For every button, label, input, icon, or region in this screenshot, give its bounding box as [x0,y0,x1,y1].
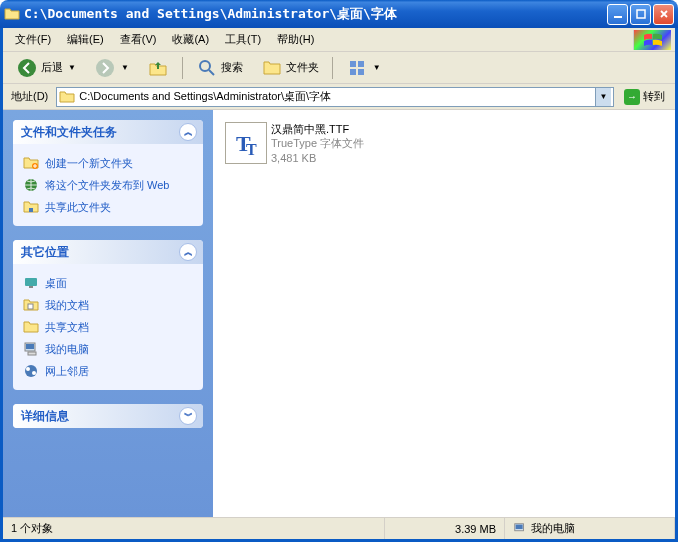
folders-button[interactable]: 文件夹 [254,53,326,83]
menu-help[interactable]: 帮助(H) [269,30,322,49]
link-mydocs[interactable]: 我的文档 [23,294,193,316]
panel-title: 文件和文件夹任务 [21,124,117,141]
share-folder-icon [23,199,39,215]
panel-details: 详细信息 ︾ [13,404,203,428]
views-button[interactable]: ▼ [339,53,388,83]
up-folder-icon [147,57,169,79]
link-network[interactable]: 网上邻居 [23,360,193,382]
svg-rect-24 [516,524,523,528]
minimize-button[interactable] [607,4,628,25]
back-icon [16,57,38,79]
status-size: 3.39 MB [385,518,505,539]
address-bar: 地址(D) ▼ → 转到 [3,84,675,110]
task-label: 我的文档 [45,298,89,313]
sidebar: 文件和文件夹任务 ︽ 创建一个新文件夹 将这个文件夹发布到 Web 共享此文件夹 [3,110,213,517]
svg-rect-5 [350,61,356,67]
status-location-label: 我的电脑 [531,521,575,536]
menu-edit[interactable]: 编辑(E) [59,30,112,49]
documents-icon [23,297,39,313]
address-dropdown[interactable]: ▼ [595,88,611,106]
up-button[interactable] [140,53,176,83]
panel-other-places: 其它位置 ︽ 桌面 我的文档 共享文档 [13,240,203,390]
go-button[interactable]: → 转到 [618,87,671,107]
file-item[interactable]: TT 汉鼎简中黑.TTF TrueType 字体文件 3,481 KB [223,120,423,167]
panel-header[interactable]: 其它位置 ︽ [13,240,203,264]
svg-point-3 [96,59,114,77]
svg-rect-8 [358,69,364,75]
link-shared-docs[interactable]: 共享文档 [23,316,193,338]
link-mycomputer[interactable]: 我的电脑 [23,338,193,360]
forward-button[interactable]: ▼ [87,53,136,83]
windows-logo-icon [633,30,671,50]
search-label: 搜索 [221,60,243,75]
collapse-icon: ︽ [179,243,197,261]
panel-title: 其它位置 [21,244,69,261]
chevron-down-icon: ▼ [121,63,129,72]
panel-header[interactable]: 详细信息 ︾ [13,404,203,428]
file-view[interactable]: TT 汉鼎简中黑.TTF TrueType 字体文件 3,481 KB [213,110,675,517]
svg-point-19 [32,371,36,375]
svg-rect-15 [26,344,34,349]
close-button[interactable] [653,4,674,25]
go-icon: → [624,89,640,105]
collapse-icon: ︽ [179,123,197,141]
task-publish[interactable]: 将这个文件夹发布到 Web [23,174,193,196]
svg-rect-16 [28,352,36,355]
desktop-icon [23,275,39,291]
svg-rect-13 [28,304,33,309]
task-new-folder[interactable]: 创建一个新文件夹 [23,152,193,174]
status-location: 我的电脑 [505,518,675,539]
computer-icon [513,522,527,536]
panel-title: 详细信息 [21,408,69,425]
expand-icon: ︾ [179,407,197,425]
toolbar-separator [332,57,333,79]
menu-tools[interactable]: 工具(T) [217,30,269,49]
search-icon [196,57,218,79]
link-desktop[interactable]: 桌面 [23,272,193,294]
task-label: 将这个文件夹发布到 Web [45,178,169,193]
folders-label: 文件夹 [286,60,319,75]
views-icon [346,57,368,79]
svg-point-18 [26,367,30,371]
file-type: TrueType 字体文件 [271,136,364,150]
content-area: 文件和文件夹任务 ︽ 创建一个新文件夹 将这个文件夹发布到 Web 共享此文件夹 [3,110,675,517]
task-label: 创建一个新文件夹 [45,156,133,171]
folder-icon [4,6,20,22]
new-folder-icon [23,155,39,171]
svg-point-4 [200,61,210,71]
chevron-down-icon: ▼ [373,63,381,72]
status-bar: 1 个对象 3.39 MB 我的电脑 [3,517,675,539]
file-info: 汉鼎简中黑.TTF TrueType 字体文件 3,481 KB [271,122,364,165]
forward-icon [94,57,116,79]
menu-favorites[interactable]: 收藏(A) [164,30,217,49]
panel-header[interactable]: 文件和文件夹任务 ︽ [13,120,203,144]
window-controls [607,4,674,25]
title-bar: C:\Documents and Settings\Administrator\… [0,0,678,28]
svg-text:T: T [246,141,257,158]
svg-point-2 [18,59,36,77]
task-label: 共享文档 [45,320,89,335]
truetype-font-icon: TT [225,122,267,164]
svg-rect-6 [358,61,364,67]
menu-view[interactable]: 查看(V) [112,30,165,49]
window-title: C:\Documents and Settings\Administrator\… [24,5,607,23]
svg-rect-7 [350,69,356,75]
globe-icon [23,177,39,193]
menu-bar: 文件(F) 编辑(E) 查看(V) 收藏(A) 工具(T) 帮助(H) [3,28,675,52]
maximize-button[interactable] [630,4,651,25]
svg-point-17 [25,365,37,377]
task-share[interactable]: 共享此文件夹 [23,196,193,218]
svg-rect-12 [29,286,33,288]
svg-rect-1 [637,10,645,18]
back-button[interactable]: 后退 ▼ [9,53,83,83]
file-size: 3,481 KB [271,151,364,165]
go-label: 转到 [643,89,665,104]
task-label: 网上邻居 [45,364,89,379]
chevron-down-icon: ▼ [68,63,76,72]
task-label: 桌面 [45,276,67,291]
file-name: 汉鼎简中黑.TTF [271,122,364,136]
task-label: 共享此文件夹 [45,200,111,215]
address-input[interactable] [75,91,595,103]
search-button[interactable]: 搜索 [189,53,250,83]
menu-file[interactable]: 文件(F) [7,30,59,49]
